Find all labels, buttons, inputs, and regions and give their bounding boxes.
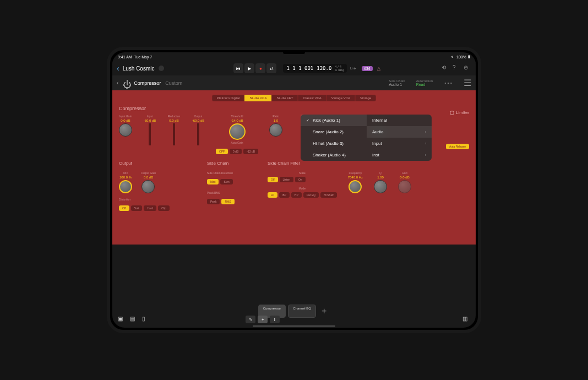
ratio-knob[interactable] [269,123,282,137]
menu-item-shaker[interactable]: Shaker (Audio 4) [301,149,367,161]
dist-soft[interactable]: Soft [131,205,143,211]
chevron-right-icon: › [425,130,426,134]
limiter-power-icon [450,111,454,115]
project-menu-icon[interactable] [159,66,164,71]
plugin-header: ‹ ⏻ Compressor Custom Side ChainAudio 1 … [112,75,476,90]
check-icon: ✓ [306,118,311,123]
state-label: State [268,171,337,175]
peak-button[interactable]: Peak [207,199,220,204]
bottom-toolbar: ▣ ▤ ▯ ✎ ✦ ⫿ ▥ [112,313,476,325]
filter-listen[interactable]: Listen [280,177,293,182]
filter-gain-knob[interactable] [398,180,411,193]
cycle-button[interactable]: ⇄ [266,63,276,73]
output-meter-label: Output [194,115,202,118]
top-bar: ‹ Lush Cosmic ⏮ ▶ ● ⇄ 1 1 1 001 120.0 4 … [112,61,476,75]
view-icon[interactable]: ☰ [464,78,471,88]
q-value: 1.00 [377,176,384,179]
undo-icon[interactable]: ⟲ [442,64,449,72]
outgain-value: 0.0 dB [144,176,153,179]
notes-icon[interactable]: ▯ [142,316,150,323]
freq-knob[interactable] [349,180,362,193]
browser-icon[interactable]: ▣ [118,316,126,323]
mixer-icon[interactable]: ⫿ [270,316,280,323]
transport: ⏮ ▶ ● ⇄ [233,63,276,73]
autogain-12db[interactable]: -12 dB [243,149,258,154]
menu-item-audio[interactable]: Audio› [367,126,432,138]
input-meter-value: -60.0 dB [144,119,156,122]
wifi-icon: ᯤ [451,55,455,59]
lcd-display[interactable]: 1 1 1 001 120.0 4 / 4C maj [283,64,347,73]
record-button[interactable]: ● [255,63,265,73]
autogain-off[interactable]: OFF [216,149,228,154]
menu-item-hihat[interactable]: Hi-hat (Audio 3) [301,138,367,149]
edit-icon[interactable]: ✎ [246,316,255,323]
ratio-value: 1.0 [274,119,278,122]
tab-vintage[interactable]: Vintage [355,95,376,101]
menu-item-kick[interactable]: ✓Kick (Audio 1) [301,115,367,126]
q-label: Q [379,171,382,175]
autogain-0db[interactable]: 0 dB [230,149,242,154]
mode-hp[interactable]: HP [291,192,302,198]
q-knob[interactable] [374,180,387,193]
filter-on[interactable]: On [295,177,306,182]
screen: 9:41 AM Tue May 7 ᯤ100%▮ ‹ Lush Cosmic ⏮… [112,52,476,328]
rms-button[interactable]: RMS [221,199,234,204]
settings-icon[interactable]: ⊝ [464,64,471,72]
status-date: Tue May 7 [134,55,152,59]
metronome-icon[interactable]: △ [377,66,380,71]
preset-name[interactable]: Custom [165,80,182,86]
menu-item-input[interactable]: Input› [367,138,432,149]
project-name[interactable]: Lush Cosmic [123,66,155,72]
tab-vintage-vca[interactable]: Vintage VCA [326,95,355,101]
back-button[interactable]: ‹ [117,64,119,73]
detection-sum[interactable]: Sum [220,179,232,184]
play-button[interactable]: ▶ [244,63,254,73]
battery-icon: ▮ [468,55,470,59]
limiter-toggle[interactable]: Limiter [450,110,469,115]
power-icon[interactable]: ⏻ [123,80,129,86]
detection-max[interactable]: Max [207,179,219,184]
fx-icon[interactable]: ✦ [258,316,268,323]
help-icon[interactable]: ? [453,64,460,72]
dist-hard[interactable]: Hard [144,205,156,211]
filter-gain-value: 0.0 dB [400,176,409,179]
sidechain-value[interactable]: Audio 1 [389,83,405,86]
threshold-value: -14.0 dB [231,119,243,122]
tuning-badge[interactable]: ¢34 [362,66,373,71]
mode-bp[interactable]: BP [279,192,290,198]
filter-off[interactable]: Off [268,177,278,182]
status-time: 9:41 AM [118,55,132,59]
input-meter-label: Input [146,115,153,118]
dist-off[interactable]: Off [119,205,129,211]
more-icon[interactable]: ⋯ [444,78,453,88]
mode-hishelf[interactable]: Hi Shelf [320,192,337,198]
tab-studio-vca[interactable]: Studio VCA [244,95,271,101]
plugin-back-button[interactable]: ‹ [117,80,118,86]
mode-pareq[interactable]: Par EQ [303,192,319,198]
tab-platinum[interactable]: Platinum Digital [212,95,245,101]
distortion-label: Distortion [119,198,190,201]
home-indicator[interactable] [253,325,335,327]
output-meter [197,123,199,145]
ratio-label: Ratio [273,115,279,118]
tab-classic-vca[interactable]: Classic VCA [298,95,326,101]
dist-clip[interactable]: Clip [158,205,170,211]
menu-item-snare[interactable]: Snare (Audio 2) [301,126,367,138]
mix-knob[interactable] [119,180,132,193]
tab-studio-fet[interactable]: Studio FET [271,95,298,101]
auto-release-button[interactable]: Auto Release [446,144,469,149]
keyboard-icon[interactable]: ▥ [462,316,470,323]
output-gain-knob[interactable] [141,180,155,193]
mode-lp[interactable]: LP [268,192,277,198]
input-gain-knob[interactable] [119,123,132,137]
automation-value[interactable]: Read [416,83,433,86]
threshold-knob[interactable] [229,123,246,140]
sidechain-type-menu: Internal Audio› Input› Inst› [367,115,432,161]
reduction-label: Reduction [168,115,181,118]
rewind-button[interactable]: ⏮ [233,63,243,73]
peakrms-label: Peak/RMS [207,191,251,194]
loop-icon[interactable]: ▤ [130,316,138,323]
menu-item-inst[interactable]: Inst› [367,149,432,161]
plugin-name: Compressor [134,80,161,86]
filter-section-title: Side Chain Filter [268,161,469,166]
